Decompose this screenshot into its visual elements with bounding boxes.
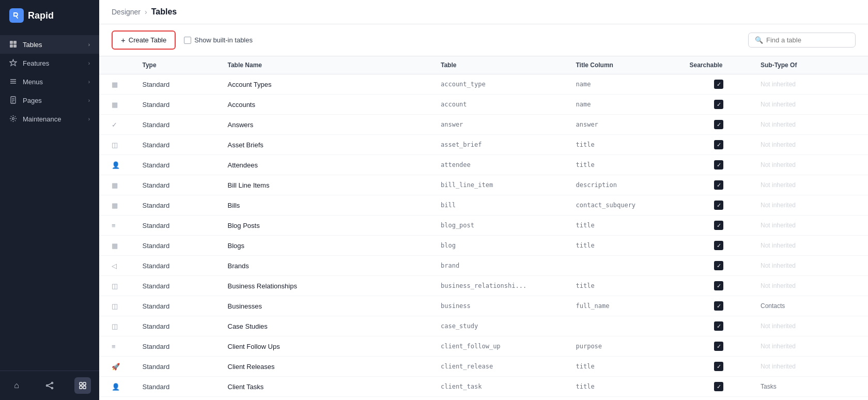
sidebar-item-maintenance[interactable]: Maintenance › [0, 110, 99, 128]
table-row[interactable]: ▢ Standard Client Testimonial Question L… [99, 397, 868, 401]
table-row[interactable]: ◫ Standard Asset Briefs asset_brief titl… [99, 135, 868, 155]
row-name[interactable]: Account Types [222, 74, 435, 95]
row-icon-cell: ◫ [99, 135, 136, 155]
row-name[interactable]: Client Tasks [222, 377, 435, 397]
table-row[interactable]: ◫ Standard Business Relationships busine… [99, 276, 868, 296]
sidebar-item-tables[interactable]: Tables › [0, 35, 99, 54]
designer-button[interactable] [74, 377, 91, 394]
row-type-icon: ✓ [112, 121, 117, 129]
row-table-id: business [435, 296, 569, 316]
table-row[interactable]: 👤 Standard Attendees attendee title ✓ No… [99, 155, 868, 175]
row-subtype: Not inherited [754, 316, 868, 336]
row-subtype: Contacts [754, 296, 868, 316]
col-header-table: Table [435, 56, 569, 74]
table-row[interactable]: 👤 Standard Client Tasks client_task titl… [99, 377, 868, 397]
toolbar-right: 🔍 [748, 33, 856, 48]
sidebar-item-menus[interactable]: Menus › [0, 72, 99, 91]
row-icon-cell: ✓ [99, 115, 136, 135]
row-name[interactable]: Client Testimonial Question Lookups [222, 397, 435, 401]
row-type: Standard [136, 357, 222, 377]
search-input[interactable] [766, 36, 849, 44]
table-row[interactable]: ▦ Standard Bills bill contact_subquery ✓… [99, 195, 868, 216]
row-icon-cell: ▦ [99, 195, 136, 216]
svg-rect-1 [13, 41, 17, 44]
table-row[interactable]: ≡ Standard Blog Posts blog_post title ✓ … [99, 216, 868, 236]
row-searchable: ✓ [683, 74, 754, 95]
table-row[interactable]: ◫ Standard Businesses business full_name… [99, 296, 868, 316]
row-name[interactable]: Blog Posts [222, 216, 435, 236]
searchable-checked-icon: ✓ [714, 160, 723, 170]
table-row[interactable]: ▦ Standard Accounts account name ✓ Not i… [99, 95, 868, 115]
table-row[interactable]: ≡ Standard Client Follow Ups client_foll… [99, 336, 868, 357]
row-icon-cell: ≡ [99, 336, 136, 357]
row-searchable: ✓ [683, 276, 754, 296]
row-subtype: Not inherited [754, 195, 868, 216]
row-type: Standard [136, 216, 222, 236]
show-builtin-text: Show built-in tables [194, 36, 253, 44]
table-row[interactable]: ◫ Standard Case Studies case_study ✓ Not… [99, 316, 868, 336]
row-title-column: title [569, 377, 683, 397]
row-subtype: Not inherited [754, 276, 868, 296]
sidebar-bottom: ⌂ [0, 371, 99, 400]
row-title-column: question [569, 397, 683, 401]
sidebar-item-pages[interactable]: Pages › [0, 91, 99, 110]
row-name[interactable]: Businesses [222, 296, 435, 316]
row-type: Standard [136, 296, 222, 316]
row-name[interactable]: Asset Briefs [222, 135, 435, 155]
row-name[interactable]: Attendees [222, 155, 435, 175]
row-name[interactable]: Answers [222, 115, 435, 135]
row-searchable: ✓ [683, 115, 754, 135]
home-button[interactable]: ⌂ [8, 377, 25, 394]
main-content: Designer › Tables + Create Table Show bu… [99, 0, 868, 400]
row-title-column: name [569, 74, 683, 95]
row-name[interactable]: Case Studies [222, 316, 435, 336]
row-icon-cell: ◁ [99, 256, 136, 276]
row-subtype: Not inherited [754, 397, 868, 401]
row-table-id: client_task [435, 377, 569, 397]
row-searchable: ✓ [683, 316, 754, 336]
row-name[interactable]: Bill Line Items [222, 175, 435, 195]
show-builtin-checkbox[interactable] [184, 37, 191, 44]
row-title-column: title [569, 276, 683, 296]
svg-line-16 [48, 386, 52, 388]
row-title-column: purpose [569, 336, 683, 357]
row-searchable: ✓ [683, 296, 754, 316]
show-builtin-label[interactable]: Show built-in tables [184, 36, 253, 44]
row-type: Standard [136, 316, 222, 336]
table-row[interactable]: ◁ Standard Brands brand ✓ Not inherited [99, 256, 868, 276]
row-type-icon: ◁ [112, 262, 117, 270]
row-name[interactable]: Client Releases [222, 357, 435, 377]
row-title-column: contact_subquery [569, 195, 683, 216]
table-container[interactable]: Type Table Name Table Title Column Searc… [99, 56, 868, 400]
table-row[interactable]: ▦ Standard Blogs blog title ✓ Not inheri… [99, 236, 868, 256]
row-name[interactable]: Business Relationships [222, 276, 435, 296]
search-box[interactable]: 🔍 [748, 33, 856, 48]
sidebar-label-pages: Pages [23, 97, 42, 104]
table-row[interactable]: ▦ Standard Bill Line Items bill_line_ite… [99, 175, 868, 195]
searchable-checked-icon: ✓ [714, 342, 723, 351]
row-subtype: Not inherited [754, 336, 868, 357]
row-name[interactable]: Accounts [222, 95, 435, 115]
row-subtype: Not inherited [754, 135, 868, 155]
row-type: Standard [136, 74, 222, 95]
table-row[interactable]: 🚀 Standard Client Releases client_releas… [99, 357, 868, 377]
table-row[interactable]: ▦ Standard Account Types account_type na… [99, 74, 868, 95]
sidebar-item-features[interactable]: Features › [0, 54, 99, 72]
row-type-icon: ▦ [112, 81, 118, 88]
svg-point-12 [47, 385, 48, 387]
row-name[interactable]: Brands [222, 256, 435, 276]
row-type: Standard [136, 195, 222, 216]
flow-button[interactable] [41, 377, 58, 394]
row-name[interactable]: Bills [222, 195, 435, 216]
row-type-icon: ≡ [112, 222, 116, 229]
svg-point-13 [52, 382, 53, 384]
row-name[interactable]: Client Follow Ups [222, 336, 435, 357]
row-subtype: Tasks [754, 377, 868, 397]
row-searchable: ✓ [683, 175, 754, 195]
create-table-button[interactable]: + Create Table [112, 30, 176, 50]
row-name[interactable]: Blogs [222, 236, 435, 256]
row-subtype: Not inherited [754, 256, 868, 276]
app-logo[interactable]: Rapid [0, 0, 99, 31]
table-row[interactable]: ✓ Standard Answers answer answer ✓ Not i… [99, 115, 868, 135]
row-type: Standard [136, 377, 222, 397]
